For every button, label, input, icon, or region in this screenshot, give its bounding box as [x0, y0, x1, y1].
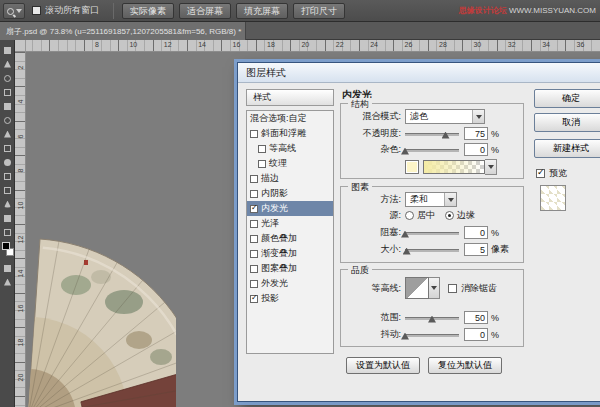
eyedropper-tool[interactable] [0, 113, 15, 127]
slider-thumb[interactable] [401, 231, 409, 238]
type-tool[interactable] [0, 211, 15, 225]
contour-dropdown-icon[interactable] [429, 277, 440, 299]
marquee-tool[interactable] [0, 57, 15, 71]
scroll-all-windows-checkbox[interactable] [32, 6, 41, 15]
ruler-number: 16 [233, 41, 241, 48]
style-list-item[interactable]: 投影 [247, 291, 333, 306]
slider-thumb[interactable] [428, 316, 436, 323]
style-list-item[interactable]: 颜色叠加 [247, 231, 333, 246]
make-default-button[interactable]: 设置为默认值 [346, 357, 420, 374]
chevron-down-icon[interactable] [444, 193, 456, 206]
source-center-radio[interactable] [405, 211, 414, 220]
style-list-item[interactable]: 等高线 [247, 141, 333, 156]
foreground-color-swatch[interactable] [2, 242, 10, 250]
size-value[interactable]: 5 [464, 243, 488, 256]
source-edge-radio[interactable] [445, 211, 454, 220]
clone-stamp-tool[interactable] [0, 155, 15, 169]
slider-thumb[interactable] [401, 333, 409, 340]
blend-mode-select[interactable]: 滤色 [405, 109, 485, 124]
style-list-item[interactable]: 渐变叠加 [247, 246, 333, 261]
tool-preset-dropdown[interactable] [3, 3, 25, 19]
dialog-title-bar[interactable]: 图层样式 [238, 63, 600, 83]
opacity-value[interactable]: 75 [464, 127, 488, 140]
source-center-label: 居中 [417, 209, 435, 222]
cancel-button[interactable]: 取消 [534, 113, 600, 132]
gradient-tool[interactable] [0, 183, 15, 197]
style-checkbox[interactable] [250, 280, 258, 288]
style-list-item[interactable]: 描边 [247, 171, 333, 186]
screen-mode-tool[interactable] [0, 275, 15, 289]
styles-header[interactable]: 样式 [246, 89, 334, 106]
technique-select[interactable]: 柔和 [405, 192, 457, 207]
preview-checkbox[interactable] [536, 169, 545, 178]
choke-value[interactable]: 0 [464, 226, 488, 239]
ruler-number: 8 [95, 41, 99, 48]
opacity-slider[interactable] [405, 128, 459, 140]
noise-value[interactable]: 0 [464, 143, 488, 156]
glow-color-swatch[interactable] [405, 160, 419, 174]
gradient-dropdown-icon[interactable] [485, 159, 497, 175]
lasso-tool[interactable] [0, 71, 15, 85]
style-checkbox[interactable] [250, 130, 258, 138]
glow-gradient-picker[interactable] [423, 160, 485, 174]
ok-button[interactable]: 确定 [534, 89, 600, 108]
print-size-button[interactable]: 打印尺寸 [293, 3, 345, 19]
horizontal-ruler: 81012141618202224262830323436 [15, 40, 600, 52]
blend-mode-value: 滤色 [410, 110, 428, 123]
healing-brush-tool[interactable] [0, 127, 15, 141]
quick-mask-tool[interactable] [0, 261, 15, 275]
hand-tool[interactable] [0, 225, 15, 239]
style-checkbox[interactable] [250, 250, 258, 258]
structure-group: 结构 混合模式: 滤色 不透明度: 75 % [340, 103, 524, 179]
jitter-unit: % [491, 330, 499, 340]
slider-thumb[interactable] [401, 148, 409, 155]
style-checkbox[interactable] [250, 295, 258, 303]
choke-slider[interactable] [405, 227, 459, 239]
noise-slider[interactable] [405, 144, 459, 156]
style-list-item[interactable]: 内发光 [247, 201, 333, 216]
style-checkbox[interactable] [250, 175, 258, 183]
fill-screen-button[interactable]: 填充屏幕 [236, 3, 288, 19]
crop-tool[interactable] [0, 99, 15, 113]
ruler-number: 14 [17, 269, 24, 279]
style-list-item[interactable]: 混合选项:自定 [247, 111, 333, 126]
style-list-item[interactable]: 斜面和浮雕 [247, 126, 333, 141]
new-style-button[interactable]: 新建样式 [534, 139, 600, 158]
slider-thumb[interactable] [403, 248, 411, 255]
jitter-slider[interactable] [405, 329, 459, 341]
style-checkbox[interactable] [258, 145, 266, 153]
style-checkbox[interactable] [250, 265, 258, 273]
style-checkbox[interactable] [250, 235, 258, 243]
style-checkbox[interactable] [250, 205, 258, 213]
style-checkbox[interactable] [250, 220, 258, 228]
size-slider[interactable] [405, 244, 459, 256]
move-tool[interactable] [0, 43, 15, 57]
range-slider[interactable] [405, 312, 459, 324]
jitter-value[interactable]: 0 [464, 328, 488, 341]
style-list-item[interactable]: 外发光 [247, 276, 333, 291]
ruler-corner [15, 40, 26, 52]
size-unit: 像素 [491, 243, 509, 256]
brush-tool[interactable] [0, 141, 15, 155]
scroll-all-windows-option[interactable]: 滚动所有窗口 [32, 4, 99, 17]
style-list-item[interactable]: 内阴影 [247, 186, 333, 201]
fit-screen-button[interactable]: 适合屏幕 [179, 3, 231, 19]
style-list-item[interactable]: 光泽 [247, 216, 333, 231]
range-value[interactable]: 50 [464, 311, 488, 324]
style-checkbox[interactable] [250, 190, 258, 198]
style-list-item[interactable]: 图案叠加 [247, 261, 333, 276]
chevron-down-icon[interactable] [472, 110, 484, 123]
document-tab[interactable]: 扇子.psd @ 73.8% (u=2511691857,1207205581&… [0, 22, 246, 40]
magic-wand-tool[interactable] [0, 85, 15, 99]
contour-picker[interactable] [405, 277, 429, 299]
tool-icon [4, 75, 11, 82]
eraser-tool[interactable] [0, 169, 15, 183]
antialias-checkbox[interactable] [448, 284, 457, 293]
style-list-item[interactable]: 纹理 [247, 156, 333, 171]
actual-pixels-button[interactable]: 实际像素 [122, 3, 174, 19]
reset-default-button[interactable]: 复位为默认值 [428, 357, 502, 374]
pen-tool[interactable] [0, 197, 15, 211]
slider-thumb[interactable] [442, 132, 450, 139]
noise-unit: % [491, 145, 499, 155]
style-checkbox[interactable] [258, 160, 266, 168]
